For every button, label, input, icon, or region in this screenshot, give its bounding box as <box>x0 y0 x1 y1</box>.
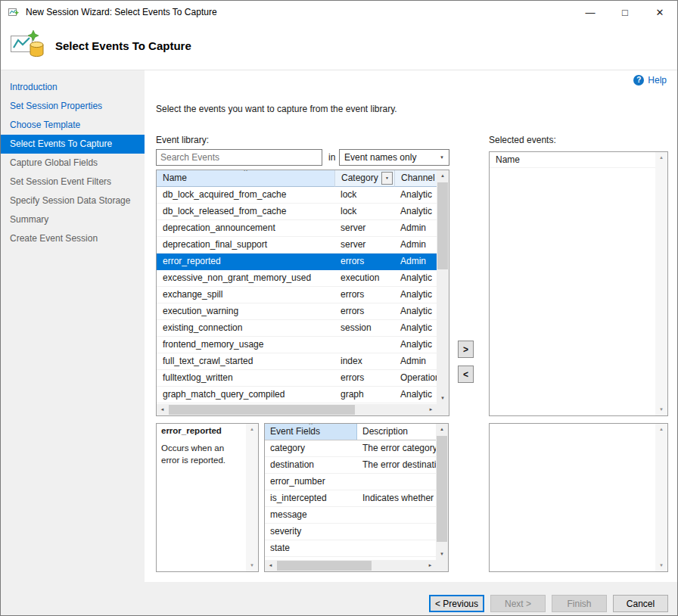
scroll-down-icon[interactable]: ▼ <box>436 549 448 560</box>
scroll-right-icon[interactable]: ► <box>425 404 437 415</box>
remove-event-button[interactable]: < <box>458 366 474 383</box>
scrollbar-thumb[interactable] <box>277 561 372 571</box>
column-header-category[interactable]: Category ▼ <box>335 170 395 187</box>
field-row[interactable]: is_interceptedIndicates whether th <box>265 490 436 507</box>
in-label: in <box>328 152 335 163</box>
add-event-button[interactable]: > <box>458 341 474 358</box>
field-row[interactable]: error_number <box>265 474 436 490</box>
sidebar-item-select-events-to-capture[interactable]: Select Events To Capture <box>1 135 145 154</box>
scope-dropdown[interactable]: Event names only ▼ <box>339 149 449 166</box>
selected-events-column-header: Name <box>490 152 667 168</box>
field-description-cell: Indicates whether th <box>357 490 436 506</box>
scroll-down-icon[interactable]: ▼ <box>246 560 258 571</box>
event-row[interactable]: excessive_non_grant_memory_usedexecution… <box>157 270 437 287</box>
scroll-down-icon[interactable]: ▼ <box>655 404 667 415</box>
scroll-down-icon[interactable]: ▼ <box>437 393 449 404</box>
sort-asc-icon: ^ <box>244 170 247 175</box>
column-header-event-fields[interactable]: Event Fields ^ <box>265 424 357 440</box>
scroll-up-icon[interactable]: ▲ <box>655 152 667 163</box>
event-cell-channel: Admin <box>395 237 437 253</box>
event-row[interactable]: full_text_crawl_startedindexAdmin <box>157 353 437 370</box>
event-fields-panel: Event Fields ^ Description categoryThe e… <box>264 423 449 572</box>
event-row[interactable]: deprecation_final_supportserverAdmin <box>157 237 437 254</box>
scroll-up-icon[interactable]: ▲ <box>655 424 667 435</box>
scrollbar-thumb[interactable] <box>437 436 447 542</box>
event-row[interactable]: fulltextlog_writtenerrorsOperational <box>157 370 437 387</box>
event-library-label: Event library: <box>156 135 209 145</box>
sidebar-item-create-event-session[interactable]: Create Event Session <box>1 229 145 248</box>
search-input[interactable] <box>156 149 322 166</box>
selected-events-scrollbar[interactable]: ▲▼ <box>655 152 667 415</box>
field-description-cell <box>357 474 436 490</box>
field-name-cell: is_intercepted <box>265 490 357 506</box>
event-row[interactable]: db_lock_acquired_from_cachelockAnalytic <box>157 187 437 204</box>
cancel-button[interactable]: Cancel <box>613 595 668 612</box>
events-vertical-scrollbar[interactable]: ▲▼ <box>437 170 449 404</box>
wizard-app-icon <box>8 6 20 18</box>
fields-vertical-scrollbar[interactable]: ▲▼ <box>436 424 448 560</box>
scroll-right-icon[interactable]: ► <box>425 560 436 571</box>
minimize-button[interactable]: — <box>573 1 608 23</box>
event-cell-category <box>335 337 395 353</box>
description-scrollbar[interactable]: ▲▼ <box>246 424 258 571</box>
sidebar-item-summary[interactable]: Summary <box>1 210 145 229</box>
event-row[interactable]: frontend_memory_usageAnalytic <box>157 337 437 353</box>
help-link[interactable]: ? Help <box>633 75 667 86</box>
previous-button[interactable]: < Previous <box>429 595 484 612</box>
sidebar-item-introduction[interactable]: Introduction <box>1 78 145 97</box>
events-horizontal-scrollbar[interactable]: ◄► <box>157 404 437 415</box>
maximize-button[interactable]: □ <box>608 1 642 23</box>
column-header-channel[interactable]: Channel <box>395 170 437 187</box>
wizard-header: Select Events To Capture <box>1 23 677 70</box>
next-button[interactable]: Next > <box>490 595 546 612</box>
event-cell-category: execution <box>335 270 395 286</box>
page-title: Select Events To Capture <box>55 39 191 52</box>
scroll-left-icon[interactable]: ◄ <box>157 404 168 415</box>
sidebar-item-set-session-event-filters[interactable]: Set Session Event Filters <box>1 173 145 191</box>
filter-dropdown-icon[interactable]: ▼ <box>381 172 393 185</box>
event-row[interactable]: execution_warningerrorsAnalytic <box>157 303 437 320</box>
event-cell-name: existing_connection <box>157 320 335 336</box>
field-row[interactable]: state <box>265 540 436 557</box>
event-cell-category: lock <box>335 187 395 203</box>
column-header-description[interactable]: Description <box>357 424 436 440</box>
field-name-cell: state <box>265 540 357 556</box>
event-cell-name: execution_warning <box>157 303 335 319</box>
event-row[interactable]: existing_connectionsessionAnalytic <box>157 320 437 337</box>
sort-asc-icon: ^ <box>309 424 312 428</box>
field-row[interactable]: destinationThe error destination <box>265 457 436 474</box>
close-button[interactable]: ✕ <box>642 1 677 23</box>
scroll-left-icon[interactable]: ◄ <box>265 560 276 571</box>
column-label: Description <box>362 426 408 437</box>
selected-events-list[interactable]: Name ▲▼ <box>489 151 668 416</box>
sidebar-item-specify-session-data-storage[interactable]: Specify Session Data Storage <box>1 191 145 210</box>
titlebar[interactable]: New Session Wizard: Select Events To Cap… <box>1 1 677 23</box>
scrollbar-thumb[interactable] <box>169 405 355 415</box>
scroll-up-icon[interactable]: ▲ <box>246 424 258 435</box>
finish-button[interactable]: Finish <box>552 595 607 612</box>
main-panel: ? Help Select the events you want to cap… <box>145 70 677 582</box>
column-header-name[interactable]: Name ^ <box>157 170 335 187</box>
event-row[interactable]: db_lock_released_from_cachelockAnalytic <box>157 204 437 220</box>
scroll-up-icon[interactable]: ▲ <box>437 170 449 182</box>
scroll-up-icon[interactable]: ▲ <box>436 424 448 435</box>
event-cell-name: deprecation_final_support <box>157 237 335 253</box>
scrollbar-thumb[interactable] <box>437 182 448 269</box>
sidebar-item-capture-global-fields[interactable]: Capture Global Fields <box>1 154 145 173</box>
event-description-panel: error_reported Occurs when an error is r… <box>156 423 259 572</box>
field-name-cell: error_number <box>265 474 357 490</box>
field-row[interactable]: severity <box>265 524 436 540</box>
right-panel-scrollbar[interactable]: ▲▼ <box>655 424 667 571</box>
event-row[interactable]: deprecation_announcementserverAdmin <box>157 220 437 237</box>
sidebar-item-choose-template[interactable]: Choose Template <box>1 116 145 135</box>
fields-horizontal-scrollbar[interactable]: ◄► <box>265 560 436 571</box>
field-row[interactable]: categoryThe error category. <box>265 440 436 457</box>
event-row[interactable]: exchange_spillerrorsAnalytic <box>157 287 437 303</box>
event-row[interactable]: graph_match_query_compiledgraphAnalytic <box>157 387 437 403</box>
event-row[interactable]: error_reportederrorsAdmin <box>157 254 437 270</box>
event-cell-name: graph_match_query_compiled <box>157 387 335 403</box>
sidebar-item-set-session-properties[interactable]: Set Session Properties <box>1 97 145 116</box>
event-cell-category: errors <box>335 303 395 319</box>
scroll-down-icon[interactable]: ▼ <box>655 560 667 571</box>
field-row[interactable]: message <box>265 507 436 524</box>
